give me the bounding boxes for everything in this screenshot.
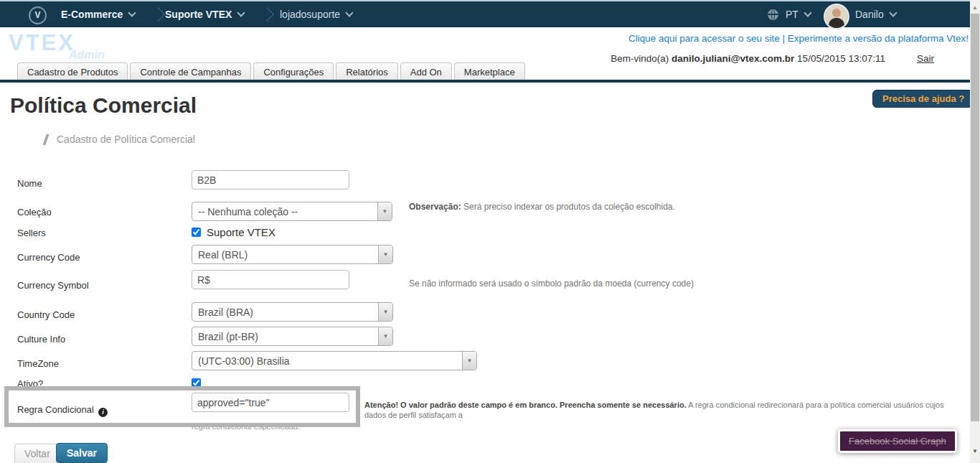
vtex-admin-logo[interactable]: VTEX bbox=[9, 30, 75, 56]
currency-code-label: Currency Code bbox=[17, 252, 80, 263]
slash-icon bbox=[43, 134, 50, 145]
top-navigation-bar: V E-Commerce Suporte VTEX lojadosuporte … bbox=[0, 0, 970, 27]
salvar-button[interactable]: Salvar bbox=[56, 443, 108, 463]
shop-menu[interactable]: lojadosuporte bbox=[280, 1, 352, 27]
user-avatar[interactable] bbox=[824, 4, 849, 29]
colecao-note-rest: Será preciso indexar os produtos da cole… bbox=[461, 202, 675, 212]
dropdown-arrow-icon[interactable]: ▼ bbox=[462, 352, 476, 370]
chevron-down-icon bbox=[804, 9, 811, 17]
regra-warning-text: Atenção! O valor padrão deste campo é em… bbox=[364, 400, 960, 420]
chevron-down-icon bbox=[128, 9, 136, 17]
nome-label: Nome bbox=[17, 178, 42, 189]
header-links: Clique aqui para acessar o seu site | Ex… bbox=[628, 33, 969, 44]
vtex-admin-logo-sub: Admin bbox=[69, 49, 105, 62]
colecao-label: Coleção bbox=[17, 207, 52, 218]
welcome-text: Bem-vindo(a) danilo.juliani@vtex.com.br … bbox=[611, 53, 885, 64]
tab-relatorios[interactable]: Relatórios bbox=[336, 62, 398, 81]
tab-controle-de-campanhas[interactable]: Controle de Campanhas bbox=[130, 62, 251, 81]
colecao-selected-value: -- Nenhuma coleção -- bbox=[192, 202, 377, 220]
language-label: PT bbox=[786, 9, 798, 20]
session-datetime: 15/05/2015 13:07:11 bbox=[794, 53, 885, 64]
breadcrumb-label: Cadastro de Política Comercial bbox=[57, 134, 195, 145]
avatar-head bbox=[832, 9, 841, 17]
facebook-social-graph-badge[interactable]: Facebook Social Graph bbox=[838, 429, 957, 453]
vtex-admin-screen: V E-Commerce Suporte VTEX lojadosuporte … bbox=[0, 0, 980, 463]
tab-marketplace[interactable]: Marketplace bbox=[454, 62, 525, 81]
timezone-label: TimeZone bbox=[17, 358, 59, 369]
breadcrumb-separator-icon bbox=[260, 7, 274, 22]
account-menu-label: E-Commerce bbox=[61, 9, 123, 20]
dropdown-arrow-icon[interactable]: ▼ bbox=[378, 327, 392, 345]
user-email: danilo.juliani@vtex.com.br bbox=[672, 53, 794, 64]
currency-symbol-label: Currency Symbol bbox=[17, 280, 89, 291]
scroll-up-icon[interactable]: ▲ bbox=[970, 3, 980, 12]
regra-warning-bold: Atenção! O valor padrão deste campo é em… bbox=[364, 401, 687, 409]
page-title: Política Comercial bbox=[10, 93, 197, 118]
colecao-select[interactable]: -- Nenhuma coleção -- ▼ bbox=[192, 202, 392, 221]
country-code-label: Country Code bbox=[17, 309, 75, 320]
chevron-down-icon bbox=[889, 9, 897, 17]
sellers-label: Sellers bbox=[17, 228, 46, 238]
dropdown-arrow-icon[interactable]: ▼ bbox=[378, 245, 392, 263]
tab-configuracoes[interactable]: Configurações bbox=[253, 62, 334, 81]
colecao-note-bold: Observação: bbox=[409, 202, 461, 212]
tab-cadastro-de-produtos[interactable]: Cadastro de Produtos bbox=[17, 62, 128, 81]
globe-icon bbox=[768, 9, 778, 20]
currency-code-selected-value: Real (BRL) bbox=[192, 245, 378, 263]
currency-code-select[interactable]: Real (BRL) ▼ bbox=[192, 245, 393, 264]
account-menu[interactable]: E-Commerce bbox=[61, 1, 135, 27]
tabbar-divider bbox=[0, 80, 970, 83]
scroll-down-icon[interactable]: ▼ bbox=[970, 446, 980, 457]
timezone-select[interactable]: (UTC-03:00) Brasilia ▼ bbox=[192, 351, 477, 370]
culture-info-selected-value: Brazil (pt-BR) bbox=[192, 327, 378, 345]
vertical-scrollbar[interactable]: ▲ ▼ bbox=[970, 0, 980, 463]
voltar-button[interactable]: Voltar bbox=[14, 444, 60, 463]
currency-symbol-note: Se não informado será usado o símbolo pa… bbox=[409, 279, 694, 289]
shop-menu-label: lojadosuporte bbox=[280, 9, 340, 20]
scrollbar-thumb[interactable] bbox=[971, 14, 979, 421]
help-button[interactable]: Precisa de ajuda ? bbox=[872, 90, 974, 108]
user-name-label: Danilo bbox=[855, 9, 884, 20]
avatar-body bbox=[829, 18, 844, 28]
tab-add-on[interactable]: Add On bbox=[400, 62, 452, 81]
breadcrumb-separator-icon bbox=[151, 7, 165, 22]
welcome-prefix: Bem-vindo(a) bbox=[611, 53, 672, 64]
regra-condicional-label-text: Regra Condicional bbox=[17, 404, 94, 415]
vtex-logo-icon[interactable]: V bbox=[29, 6, 47, 24]
user-menu[interactable]: Danilo bbox=[855, 1, 896, 27]
access-site-link[interactable]: Clique aqui para acessar o seu site bbox=[628, 33, 780, 44]
country-code-select[interactable]: Brazil (BRA) ▼ bbox=[192, 302, 393, 322]
main-tabs: Cadastro de Produtos Controle de Campanh… bbox=[17, 62, 525, 81]
language-menu[interactable]: PT bbox=[786, 1, 811, 27]
nome-input[interactable] bbox=[192, 170, 349, 190]
regra-condicional-input[interactable] bbox=[192, 393, 349, 412]
timezone-selected-value: (UTC-03:00) Brasilia bbox=[192, 352, 462, 370]
welcome-row: Bem-vindo(a) danilo.juliani@vtex.com.br … bbox=[611, 53, 934, 64]
chevron-down-icon bbox=[345, 9, 353, 17]
colecao-note: Observação: Será preciso indexar os prod… bbox=[409, 202, 675, 212]
breadcrumb: Cadastro de Política Comercial bbox=[44, 134, 195, 145]
culture-info-select[interactable]: Brazil (pt-BR) ▼ bbox=[192, 327, 393, 346]
store-menu-label: Suporte VTEX bbox=[165, 9, 232, 20]
chevron-down-icon bbox=[237, 9, 245, 17]
currency-symbol-input[interactable] bbox=[192, 270, 349, 289]
culture-info-label: Culture Info bbox=[17, 334, 65, 345]
dropdown-arrow-icon[interactable]: ▼ bbox=[378, 303, 392, 321]
dropdown-arrow-icon[interactable]: ▼ bbox=[377, 202, 392, 220]
logout-link[interactable]: Sair bbox=[917, 53, 934, 64]
info-icon[interactable]: i bbox=[98, 408, 108, 417]
store-menu[interactable]: Suporte VTEX bbox=[165, 1, 244, 27]
country-code-selected-value: Brazil (BRA) bbox=[192, 303, 378, 321]
sellers-option-label: Suporte VTEX bbox=[207, 226, 275, 238]
link-separator: | bbox=[780, 33, 788, 44]
sellers-checkbox[interactable] bbox=[192, 228, 201, 237]
regra-condicional-label: Regra Condicionali bbox=[17, 404, 108, 417]
try-platform-link[interactable]: Experimente a versão da plataforma Vtex! bbox=[788, 33, 969, 44]
